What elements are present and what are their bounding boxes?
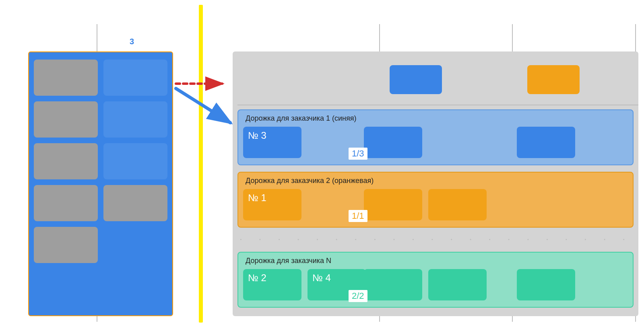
lane-body: № 11/1 — [243, 189, 628, 222]
swimlane-orange: Дорожка для заказчика 2 (оранжевая)№ 11/… — [237, 172, 634, 228]
backlog-card — [34, 185, 98, 221]
swimlane-panel: Дорожка для заказчика 1 (синяя)№ 31/3Дор… — [233, 51, 638, 316]
diagram-canvas: 3 Дорожка для заказчика 1 (синяя)№ 31/3Д… — [0, 0, 644, 329]
task-card — [428, 189, 487, 220]
task-card: № 2 — [243, 269, 301, 300]
task-card — [364, 127, 422, 158]
yellow-divider — [199, 5, 203, 323]
backlog-card — [103, 185, 167, 221]
lane-title: Дорожка для заказчика 1 (синяя) — [243, 114, 628, 123]
task-card — [364, 189, 422, 220]
backlog-card — [34, 101, 98, 138]
ratio-badge: 2/2 — [349, 290, 367, 302]
task-card — [428, 269, 487, 300]
lane-body: № 2№ 42/2 — [243, 269, 628, 302]
task-card — [364, 269, 422, 300]
task-card: № 1 — [243, 189, 301, 220]
divider-top — [237, 105, 638, 105]
task-card — [517, 269, 575, 300]
backlog-card — [103, 60, 167, 96]
backlog-card — [34, 60, 98, 96]
ellipsis-row: . . . . . . . . . . . . . . . . . . . . … — [237, 228, 634, 245]
blue-arrow-icon — [174, 84, 242, 133]
backlog-column — [28, 51, 173, 316]
header-card-blue — [390, 65, 442, 94]
swimlane-teal: Дорожка для заказчика N№ 2№ 42/2 — [237, 252, 634, 308]
backlog-card — [103, 143, 167, 179]
svg-line-1 — [176, 88, 230, 123]
backlog-card — [103, 101, 167, 138]
task-card — [517, 127, 575, 158]
ratio-badge: 1/3 — [349, 148, 367, 160]
task-card: № 3 — [243, 127, 301, 158]
ratio-badge: 1/1 — [349, 210, 367, 222]
header-card-orange — [527, 65, 580, 94]
header-row — [237, 56, 634, 103]
backlog-card — [34, 227, 98, 263]
lane-title: Дорожка для заказчика 2 (оранжевая) — [243, 177, 628, 185]
left-col2-label: 3 — [130, 37, 134, 46]
backlog-card — [34, 143, 98, 179]
lane-title: Дорожка для заказчика N — [243, 257, 628, 265]
swimlane-blue: Дорожка для заказчика 1 (синяя)№ 31/3 — [237, 109, 634, 165]
lane-body: № 31/3 — [243, 127, 628, 160]
